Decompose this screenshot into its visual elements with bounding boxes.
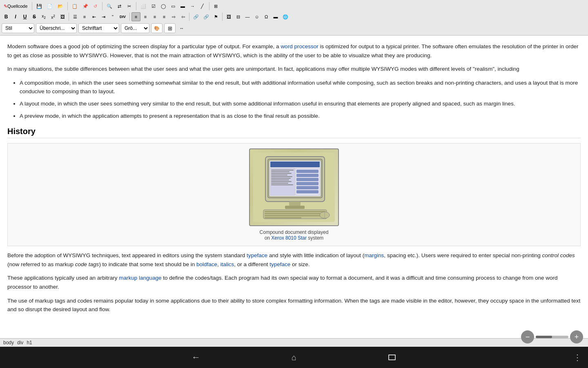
align-left-button[interactable]: ≡ bbox=[131, 12, 140, 21]
align-left-icon: ≡ bbox=[135, 14, 137, 19]
rect-icon: ▭ bbox=[171, 4, 175, 9]
anchor-button[interactable]: ⚑ bbox=[212, 12, 220, 21]
checkbox-btn[interactable]: ☑ bbox=[149, 2, 158, 11]
zoom-in-button[interactable]: + bbox=[570, 330, 583, 338]
html5-icon: 🌐 bbox=[283, 14, 288, 20]
arrow-btn[interactable]: → bbox=[188, 2, 197, 11]
copy-button[interactable]: 📋 bbox=[70, 2, 80, 11]
typeface-link-1[interactable]: typeface bbox=[247, 252, 267, 258]
find-button[interactable]: 🔍 bbox=[105, 2, 114, 11]
strikethrough-label: S bbox=[33, 14, 36, 20]
home-icon: ⌂ bbox=[292, 353, 296, 362]
heading-dropdown[interactable]: Überschri... bbox=[36, 23, 77, 33]
unlink-button[interactable]: 🔗 bbox=[201, 12, 211, 21]
open-button[interactable]: 📂 bbox=[56, 2, 65, 11]
status-tag-div: div bbox=[17, 340, 23, 346]
new-button[interactable]: 📄 bbox=[45, 2, 55, 11]
rect2-btn[interactable]: ▬ bbox=[178, 2, 187, 11]
grid-icon: ⊞ bbox=[168, 25, 172, 31]
insert-btn1[interactable]: ⬜ bbox=[138, 2, 148, 11]
replace-button[interactable]: ⇄ bbox=[115, 2, 124, 11]
circle-btn[interactable]: ◯ bbox=[159, 2, 168, 11]
xerox-link[interactable]: Xerox 8010 Star bbox=[271, 235, 307, 241]
source-button[interactable]: ✎ Quellcode bbox=[2, 2, 30, 11]
align-justify-button[interactable]: ≡ bbox=[160, 12, 169, 21]
bold-button[interactable]: B bbox=[2, 12, 11, 21]
undo-button[interactable]: ↺ bbox=[91, 2, 100, 11]
margins-link[interactable]: margins bbox=[364, 252, 384, 258]
style-dropdown[interactable]: Stil bbox=[2, 23, 34, 33]
bullet-list: A composition mode, in which the user se… bbox=[20, 79, 581, 120]
typeface-link-2[interactable]: typeface bbox=[270, 261, 290, 267]
toolbar-container: ✎ Quellcode 💾 📄 📂 📋 📌 ↺ 🔍 ⇄ ✂ ⬜ ☑ ◯ ▭ ▬ … bbox=[0, 0, 588, 36]
svg-rect-19 bbox=[296, 178, 318, 181]
underline-button[interactable]: U bbox=[20, 12, 29, 21]
status-tag-body: body bbox=[3, 340, 14, 346]
ltr-button[interactable]: ⇨ bbox=[169, 12, 178, 21]
div-button[interactable]: DIV bbox=[118, 12, 128, 21]
html5-button[interactable]: 🌐 bbox=[281, 12, 290, 21]
ol-button[interactable]: ≡ bbox=[80, 12, 89, 21]
svg-rect-13 bbox=[271, 180, 289, 180]
color-button[interactable]: 🎨 bbox=[151, 23, 163, 33]
copy-icon: 📋 bbox=[72, 4, 78, 9]
ul-button[interactable]: ☰ bbox=[71, 12, 80, 21]
align-right-button[interactable]: ≡ bbox=[150, 12, 159, 21]
line-btn[interactable]: ╱ bbox=[198, 2, 207, 11]
blockquote-button[interactable]: " bbox=[108, 12, 117, 21]
zoom-slider[interactable] bbox=[536, 336, 568, 338]
unlink-icon: 🔗 bbox=[203, 14, 209, 20]
expand-button[interactable]: ↔ bbox=[177, 24, 186, 33]
align-center-button[interactable]: ≡ bbox=[141, 12, 150, 21]
subscript-button[interactable]: x2 bbox=[39, 12, 48, 21]
link-icon: 🔗 bbox=[193, 14, 199, 20]
table-btn[interactable]: ⊞ bbox=[212, 2, 220, 11]
font-dropdown[interactable]: Schriftart bbox=[78, 23, 119, 33]
svg-rect-27 bbox=[265, 213, 325, 214]
word-processor-link[interactable]: word processor bbox=[281, 43, 318, 49]
svg-rect-21 bbox=[296, 186, 318, 189]
separator-f4 bbox=[222, 13, 223, 21]
special-char-button[interactable]: Ω bbox=[262, 12, 271, 21]
rect-btn[interactable]: ▭ bbox=[169, 2, 178, 11]
italics-link[interactable]: italics bbox=[220, 261, 234, 267]
smiley-icon: ☺ bbox=[254, 14, 259, 19]
table2-button[interactable]: ⊟ bbox=[234, 12, 243, 21]
zoom-out-button[interactable]: − bbox=[521, 330, 534, 338]
svg-rect-29 bbox=[265, 217, 301, 218]
indent-less-button[interactable]: ⇤ bbox=[89, 12, 98, 21]
smiley-button[interactable]: ☺ bbox=[252, 12, 261, 21]
separator-1 bbox=[32, 2, 32, 10]
list-item-2: A layout mode, in which the user sees so… bbox=[20, 99, 581, 108]
size-dropdown[interactable]: Grö... bbox=[121, 23, 149, 33]
image-insert-button[interactable]: 🖼 bbox=[58, 12, 67, 21]
italic-button[interactable]: I bbox=[11, 12, 20, 21]
paste-button[interactable]: 📌 bbox=[80, 2, 90, 11]
status-bar: body div h1 bbox=[0, 338, 588, 347]
recent-apps-button[interactable] bbox=[384, 349, 400, 366]
horule-button[interactable]: — bbox=[243, 12, 252, 21]
expand-icon: ↔ bbox=[180, 26, 184, 31]
crop-button[interactable]: ✂ bbox=[125, 2, 134, 11]
boldface-link[interactable]: boldface bbox=[196, 261, 217, 267]
xerox-star-image bbox=[253, 153, 335, 222]
anchor-icon: ⚑ bbox=[214, 14, 218, 20]
grid-button[interactable]: ⊞ bbox=[164, 23, 176, 33]
markup-language-link[interactable]: markup language bbox=[119, 275, 161, 281]
separator-2 bbox=[67, 2, 68, 10]
superscript-button[interactable]: x2 bbox=[49, 12, 58, 21]
img-button[interactable]: 🖼 bbox=[224, 12, 233, 21]
home-button[interactable]: ⌂ bbox=[286, 349, 302, 366]
svg-rect-26 bbox=[265, 211, 325, 212]
blockquote-icon: " bbox=[112, 14, 114, 19]
iframe-button[interactable]: ▬ bbox=[271, 12, 280, 21]
sup-label: x2 bbox=[51, 14, 55, 20]
back-button[interactable]: ← bbox=[188, 349, 204, 366]
link-button[interactable]: 🔗 bbox=[191, 12, 201, 21]
rtl-button[interactable]: ⇦ bbox=[178, 12, 187, 21]
indent-more-button[interactable]: ⇥ bbox=[99, 12, 108, 21]
strikethrough-button[interactable]: S bbox=[30, 12, 39, 21]
more-options-button[interactable]: ⋮ bbox=[573, 352, 581, 362]
content-area[interactable]: Modern software does a good job of optim… bbox=[0, 36, 588, 338]
save-button[interactable]: 💾 bbox=[34, 2, 44, 11]
